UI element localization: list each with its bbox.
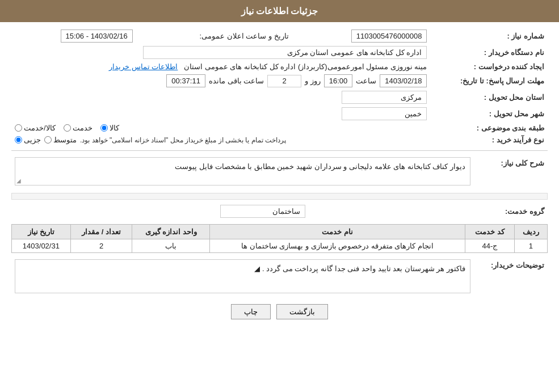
buyer-org-value-cell: اداره کل کتابخانه های عمومی استان مرکزی: [11, 44, 430, 61]
buyer-org-value: اداره کل کتابخانه های عمومی استان مرکزی: [143, 46, 427, 59]
deadline-days-label: روز و: [305, 77, 321, 85]
deadline-remaining-label-text: ساعت باقی مانده: [209, 77, 264, 85]
deadline-date: 1403/02/18: [380, 74, 427, 87]
deadline-remaining: 00:37:11: [166, 74, 205, 87]
deadline-time-label: ساعت: [356, 77, 376, 85]
divider-1: [11, 150, 548, 151]
province-value-cell: مرکزی: [11, 89, 430, 106]
need-number-value-cell: 1103005476000008: [300, 28, 431, 44]
purchase-type-medium[interactable]: متوسط: [44, 136, 77, 144]
resize-icon: ◢: [16, 178, 21, 184]
announcement-date-label-cell: تاریخ و ساعت اعلان عمومی:: [136, 28, 300, 44]
service-group-value-cell: ساختمان: [11, 203, 309, 220]
buyer-notes-content-cell: فاکتور هر شهرستان بعد تایید واحد فنی جدا…: [11, 258, 474, 295]
need-number-label: شماره نیاز :: [430, 28, 548, 44]
back-button[interactable]: بازگشت: [276, 304, 328, 319]
cell-name: انجام کارهای متفرقه درخصوص بازسازی و بهس…: [210, 239, 465, 253]
services-table: ردیف کد خدمت نام خدمت واحد اندازه گیری ت…: [11, 224, 548, 253]
description-content-cell: دیوار کناف کتابخانه های علامه دلیجانی و …: [11, 155, 474, 187]
cell-date: 1403/02/31: [12, 239, 71, 253]
need-number-value: 1103005476000008: [351, 29, 427, 43]
services-section-title: [11, 193, 548, 200]
city-value-cell: خمین: [11, 106, 430, 122]
requester-label: ایجاد کننده درخواست :: [430, 61, 548, 73]
deadline-label: مهلت ارسال پاسخ: تا تاریخ:: [430, 73, 548, 89]
category-label: طبقه بندی موضوعی :: [430, 122, 548, 134]
main-info-table: شماره نیاز : 1103005476000008 تاریخ و سا…: [11, 28, 548, 146]
announcement-date-value-cell: 1403/02/16 - 15:06: [11, 28, 136, 44]
city-value: خمین: [342, 107, 427, 120]
description-box: دیوار کناف کتابخانه های علامه دلیجانی و …: [15, 157, 470, 186]
announcement-date-value: 1403/02/16 - 15:06: [61, 29, 133, 43]
table-row: 1 ج-44 انجام کارهای متفرقه درخصوص بازساز…: [12, 239, 548, 253]
col-header-name: نام خدمت: [210, 225, 465, 239]
requester-contact-link[interactable]: اطلاعات تماس خریدار: [109, 62, 178, 71]
requester-value-cell: مینه نوروزی مسئول امورعمومی(کاربرداز) اد…: [11, 61, 430, 73]
requester-name: مینه نوروزی مسئول امورعمومی(کاربرداز) اد…: [184, 62, 427, 71]
buyer-notes-box: فاکتور هر شهرستان بعد تایید واحد فنی جدا…: [15, 259, 470, 293]
cell-quantity: 2: [70, 239, 132, 253]
notes-resize-icon: ◢: [254, 264, 260, 273]
col-header-row: ردیف: [514, 225, 547, 239]
description-label: شرح کلی نیاز:: [474, 155, 548, 187]
province-label: استان محل تحویل :: [430, 89, 548, 106]
col-header-date: تاریخ نیاز: [12, 225, 71, 239]
col-header-quantity: تعداد / مقدار: [70, 225, 132, 239]
city-label: شهر محل تحویل :: [430, 106, 548, 122]
purchase-type-label: نوع فرآیند خرید :: [430, 134, 548, 146]
buyer-org-label: نام دستگاه خریدار :: [430, 44, 548, 61]
buyer-notes-table: توضیحات خریدار: فاکتور هر شهرستان بعد تا…: [11, 258, 548, 295]
deadline-days: 2: [267, 75, 301, 87]
service-group-label: گروه خدمت:: [309, 203, 548, 220]
button-row: بازگشت چاپ: [11, 304, 548, 319]
cell-unit: باب: [132, 239, 210, 253]
cell-code: ج-44: [465, 239, 515, 253]
service-group-table: گروه خدمت: ساختمان: [11, 203, 548, 220]
announcement-date-label: تاریخ و ساعت اعلان عمومی:: [199, 32, 288, 40]
cell-row: 1: [514, 239, 547, 253]
category-option-goods-services[interactable]: کالا/خدمت: [15, 124, 56, 132]
purchase-type-partial[interactable]: جزیی: [15, 136, 41, 144]
deadline-row: 1403/02/18 ساعت 16:00 روز و 2 ساعت باقی …: [11, 73, 430, 89]
page-title: جزئیات اطلاعات نیاز: [241, 6, 318, 16]
col-header-unit: واحد اندازه گیری: [132, 225, 210, 239]
col-header-code: کد خدمت: [465, 225, 515, 239]
buyer-notes-text: فاکتور هر شهرستان بعد تایید واحد فنی جدا…: [262, 264, 465, 273]
page-header: جزئیات اطلاعات نیاز: [0, 0, 559, 22]
print-button[interactable]: چاپ: [231, 304, 271, 319]
purchase-type-note: پرداخت تمام یا بخشی از مبلغ خریداز محل "…: [80, 136, 286, 144]
description-text: دیوار کناف کتابخانه های علامه دلیجانی و …: [175, 162, 465, 171]
category-value-cell: کالا/خدمت خدمت کالا: [11, 122, 430, 134]
service-group-value: ساختمان: [220, 205, 305, 218]
category-option-goods[interactable]: کالا: [100, 124, 119, 132]
description-table: شرح کلی نیاز: دیوار کناف کتابخانه های عل…: [11, 155, 548, 187]
buyer-notes-label: توضیحات خریدار:: [474, 258, 548, 295]
deadline-time: 16:00: [324, 74, 353, 87]
purchase-type-cell: پرداخت تمام یا بخشی از مبلغ خریداز محل "…: [11, 134, 430, 146]
province-value: مرکزی: [342, 91, 427, 104]
category-option-service[interactable]: خدمت: [64, 124, 93, 132]
